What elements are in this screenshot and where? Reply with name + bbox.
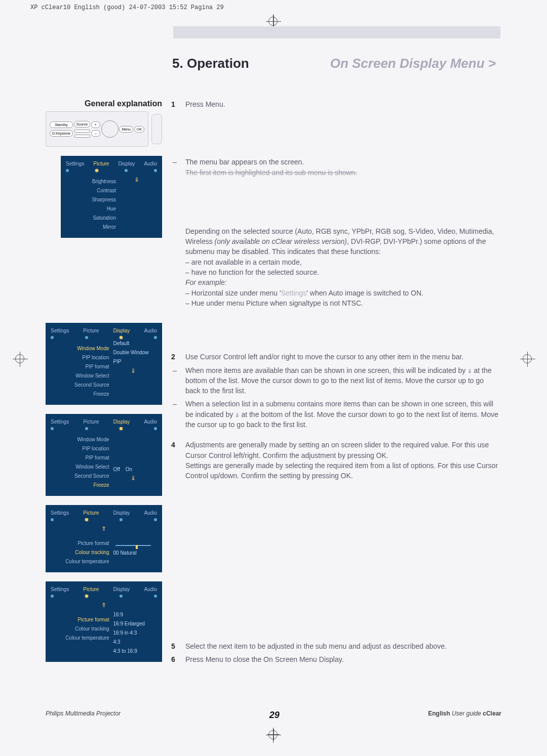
- osd-item: Saturation: [66, 214, 116, 223]
- step-text: Select the next item to be adjusted in t…: [185, 641, 500, 651]
- osd-tab: Settings: [51, 509, 69, 517]
- step-number: 6: [171, 654, 178, 664]
- step-text: Adjustments are generally made by settin…: [185, 441, 489, 459]
- body-text-italic: (only available on cClear wireless versi…: [215, 237, 347, 245]
- dash-bullet: –: [171, 157, 178, 178]
- body-text: – Hue under menu Picture when signaltype…: [185, 298, 500, 308]
- osd-item: Colour temperature: [51, 557, 109, 566]
- scroll-glyph-icon: ⇓: [235, 410, 239, 418]
- registration-mark: [523, 354, 532, 363]
- osd-screenshot-display-freeze: Settings Picture Display Audio Window Mo…: [46, 414, 162, 496]
- osd-subitem: PIP: [113, 357, 154, 366]
- osd-tab: Settings: [51, 585, 69, 594]
- osd-item: Picture format: [51, 615, 109, 624]
- osd-subitem: 16:9 Enlarged: [113, 619, 154, 628]
- body-bullet: – are not available in a certain mode,: [185, 257, 500, 267]
- osd-subitem: Default: [113, 339, 154, 348]
- body-text: When more items are available than can b…: [185, 366, 467, 374]
- osd-tab: Picture: [83, 509, 99, 517]
- footer-lang: English: [428, 710, 450, 717]
- osd-tab: Audio: [144, 509, 157, 517]
- osd-item: PIP format: [51, 453, 109, 463]
- body-text: – Horizontal size under menu ': [185, 289, 281, 297]
- scroll-glyph-icon: ⇓: [467, 366, 472, 374]
- panel-led: [74, 135, 90, 138]
- osd-screenshot-picture: Settings Picture Display Audio Brightnes…: [61, 156, 162, 238]
- osd-subitem: 4:3: [113, 638, 154, 647]
- indent-spacer: [171, 226, 178, 308]
- step-number: 2: [171, 352, 178, 362]
- page-number: 29: [269, 710, 280, 721]
- osd-item: PIP location: [51, 444, 109, 453]
- step-number: 1: [171, 99, 178, 109]
- registration-mark: [268, 17, 278, 26]
- osd-item: Second Source: [51, 472, 109, 481]
- body-text-faded: Settings: [281, 289, 307, 297]
- osd-tab: Picture: [93, 160, 109, 168]
- body-text: ' when Auto image is switched to ON.: [306, 289, 423, 297]
- osd-tab: Picture: [83, 418, 99, 426]
- osd-tab: Display: [113, 509, 130, 517]
- osd-subitem: 4:3 to 16:9: [113, 647, 154, 656]
- panel-btn: +: [91, 121, 100, 128]
- osd-item: Window Select: [51, 371, 109, 381]
- body-text-struck: The first item is highlighted and its su…: [185, 167, 500, 178]
- body-text-italic: For example:: [185, 277, 500, 287]
- footer-right: English User guide cClear: [428, 710, 501, 721]
- panel-led: [74, 130, 90, 133]
- osd-subitem: On: [126, 467, 132, 472]
- osd-screenshot-display-windowmode: Settings Picture Display Audio Window Mo…: [46, 323, 162, 405]
- section-number: 5. Operation: [172, 56, 249, 71]
- step-number: 4: [171, 440, 178, 481]
- print-meta: XP cClear10 English (good) 24-07-2003 15…: [0, 4, 547, 11]
- left-heading: General explanation: [46, 99, 162, 108]
- osd-item: Hue: [66, 204, 116, 214]
- footer-left: Philips Multimedia Projector: [46, 710, 121, 721]
- panel-btn: Menu: [119, 126, 133, 133]
- panel-btn: Source: [74, 121, 90, 128]
- footer-guide: User guide: [452, 710, 481, 717]
- osd-item: Brightness: [66, 177, 116, 186]
- osd-tab: Display: [118, 160, 135, 168]
- footer-product: cClear: [483, 710, 501, 717]
- osd-item: Freeze: [51, 481, 109, 490]
- osd-tab: Settings: [51, 327, 69, 335]
- osd-item: PIP format: [51, 362, 109, 371]
- osd-tab: Audio: [144, 327, 157, 335]
- body-bullet: – have no function for the selected sour…: [185, 267, 500, 277]
- osd-tab: Settings: [66, 160, 84, 168]
- dash-bullet: –: [171, 365, 178, 396]
- step-text: Use Cursor Control left and/or right to …: [185, 352, 500, 362]
- osd-tab: Audio: [144, 160, 157, 168]
- osd-item: Mirror: [66, 223, 116, 232]
- osd-tab: Picture: [83, 585, 99, 594]
- step-text: Press Menu to close the On Screen Menu D…: [185, 654, 500, 664]
- panel-btn: D.Keystone: [50, 130, 73, 137]
- osd-item: Sharpness: [66, 195, 116, 204]
- osd-tab: Display: [113, 585, 130, 594]
- osd-screenshot-picture-slider: Settings Picture Display Audio ⇑ Picture…: [46, 505, 162, 572]
- registration-mark: [268, 730, 278, 739]
- panel-btn: Standby: [50, 121, 73, 128]
- panel-btn: –: [91, 130, 100, 137]
- osd-item: PIP location: [51, 353, 109, 362]
- step-number: 5: [171, 641, 178, 651]
- osd-item: Window Mode: [51, 435, 109, 444]
- osd-tab: Display: [113, 418, 130, 426]
- osd-subitem: Off: [113, 467, 120, 472]
- osd-item: Contrast: [66, 186, 116, 195]
- dash-bullet: –: [171, 399, 178, 430]
- section-title: On Screen Display Menu >: [330, 56, 496, 71]
- remote-illustration: [151, 114, 162, 144]
- registration-mark: [15, 354, 24, 363]
- osd-tab: Settings: [51, 418, 69, 426]
- osd-subitem: 16:9 in 4:3: [113, 628, 154, 638]
- osd-item: Freeze: [51, 390, 109, 399]
- osd-tab: Display: [113, 327, 130, 335]
- step-text: Press Menu.: [185, 99, 500, 109]
- panel-btn: OK: [134, 126, 144, 133]
- osd-item: Window Mode: [51, 344, 109, 353]
- osd-item: Colour temperature: [51, 634, 109, 643]
- step-text: Settings are generally made by selecting…: [185, 461, 498, 480]
- osd-slider-value: 00 Natural: [113, 550, 137, 556]
